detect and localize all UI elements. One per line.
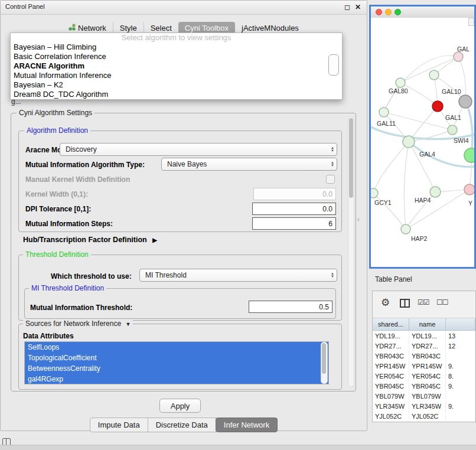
float-panel-icon[interactable]: ◻ [344, 3, 350, 11]
network-node[interactable] [459, 95, 472, 108]
hub-section-label[interactable]: Hub/Transcription Factor Definition ▶ [23, 236, 157, 244]
control-panel-titlebar: Control Panel ◻ ✕ [1, 1, 367, 15]
panel-resize-handle[interactable]: ‹ [357, 216, 360, 223]
network-node[interactable] [464, 148, 474, 162]
deselect-all-checks-icon[interactable]: ☐☐ [436, 298, 448, 306]
zoom-window-icon[interactable] [395, 9, 401, 15]
mi-steps-input[interactable]: 6 [252, 217, 336, 230]
aracne-mode-value: Discovery [66, 145, 97, 154]
stepper-icon: ▲▼ [331, 146, 334, 152]
stepper-icon: ▲▼ [331, 272, 334, 278]
which-threshold-combo[interactable]: MI Threshold ▲▼ [139, 269, 337, 282]
settings-scrollbar-thumb[interactable] [349, 118, 353, 198]
kernel-width-input[interactable]: 0.0 [253, 188, 336, 200]
bottom-tab-discretize-data[interactable]: Discretize Data [148, 418, 216, 432]
network-node-label: HAP4 [415, 197, 431, 204]
table-row[interactable]: YLR345WYLR345W9. [373, 401, 475, 411]
table-row[interactable]: YJL052CYJL052C [373, 411, 475, 421]
network-node[interactable] [401, 224, 410, 234]
network-node[interactable] [432, 101, 443, 112]
network-node[interactable] [454, 52, 463, 61]
table-row[interactable]: YER054CYER054C8. [373, 371, 475, 381]
table-row[interactable]: YBR045CYBR045C9. [373, 381, 475, 391]
aracne-mode-combo[interactable]: Discovery ▲▼ [60, 143, 337, 156]
algorithm-option-bayesian-hill-climbing[interactable]: Bayesian – Hill Climbing [11, 43, 342, 52]
table-row[interactable]: YBR043CYBR043C [373, 351, 475, 361]
mi-threshold-legend: MI Threshold Definition [29, 284, 106, 292]
settings-scrollbar-track[interactable] [348, 116, 354, 387]
network-node[interactable] [371, 188, 378, 198]
table-cell: YJL052C [409, 411, 446, 421]
table-cell: YDR27... [409, 341, 446, 351]
network-node[interactable] [403, 136, 415, 148]
network-node[interactable] [448, 125, 457, 135]
list-scrollbar-thumb[interactable] [322, 343, 326, 374]
network-edge [465, 102, 472, 155]
network-window-titlebar [371, 6, 474, 18]
network-node[interactable] [396, 78, 405, 87]
algorithm-option-bayesian-k2[interactable]: Bayesian – K2 [11, 80, 342, 90]
table-row[interactable]: YDR27...YDR27...12 [373, 341, 475, 351]
network-scrollbar-fragment[interactable] [468, 18, 474, 26]
sources-legend[interactable]: Sources for Network Inference ▼ [23, 319, 133, 328]
network-node[interactable] [379, 107, 389, 117]
select-all-checks-icon[interactable]: ☑☑ [418, 298, 429, 306]
table-row[interactable]: YDL19...YDL19...13 [373, 331, 475, 341]
table-row[interactable]: YPR145WYPR145W9. [373, 361, 475, 371]
apply-button[interactable]: Apply [159, 399, 201, 413]
mi-type-combo[interactable]: Naive Bayes ▲▼ [161, 158, 337, 171]
tab-label: Cyni Toolbox [185, 24, 229, 32]
data-attributes-list[interactable]: SelfLoopsTopologicalCoefficientBetweenne… [24, 341, 329, 384]
close-window-icon[interactable] [376, 9, 382, 15]
minimize-window-icon[interactable] [385, 9, 392, 15]
algorithm-popup: Select algorithm to view settings Bayesi… [10, 32, 343, 100]
table-cell: YLR345W [409, 401, 446, 411]
table-cell: YBL079W [409, 391, 446, 401]
network-node[interactable] [430, 187, 441, 197]
table-cell: YBL079W [373, 391, 409, 401]
table-cell: YBR043C [409, 351, 446, 361]
table-row[interactable]: YBL079WYBL079W [373, 391, 475, 401]
network-node-label: HAP2 [411, 235, 428, 242]
table-column-header[interactable] [446, 318, 475, 331]
network-canvas[interactable]: GALGAL80GAL10GAL11GAL1SWI4GAL4GCY1HAP4YH… [371, 18, 474, 267]
network-node[interactable] [464, 184, 474, 195]
algorithm-option-basic-correlation-inference[interactable]: Basic Correlation Inference [11, 52, 342, 61]
manual-kernel-checkbox[interactable] [326, 175, 335, 184]
network-node-label: GAL10 [442, 88, 461, 95]
table-cell: 8. [446, 371, 475, 381]
table-cell: YPR145W [373, 361, 409, 371]
gear-icon[interactable]: ⚙ [381, 296, 390, 309]
network-node-label: SWI4 [454, 137, 469, 144]
network-node-label: GAL80 [389, 87, 408, 94]
algorithm-option-aracne-algorithm[interactable]: ARACNE Algorithm [11, 61, 342, 71]
mi-threshold-label: Mutual Information Threshold: [30, 304, 132, 312]
bottom-tab-impute-data[interactable]: Impute Data [90, 418, 148, 432]
sources-collapse-icon[interactable]: ▼ [125, 321, 131, 327]
list-scrollbar-track[interactable] [321, 342, 328, 384]
table-column-header[interactable]: name [409, 318, 446, 331]
hub-expand-icon[interactable]: ▶ [152, 237, 157, 243]
table-cell: YPR145W [409, 361, 446, 371]
attribute-item-topologicalcoefficient[interactable]: TopologicalCoefficient [25, 353, 328, 363]
which-threshold-value: MI Threshold [145, 271, 187, 279]
popup-scrollbar-thumb[interactable] [328, 54, 339, 76]
network-edge [409, 142, 435, 192]
table-cell: 13 [446, 331, 475, 341]
close-panel-icon[interactable]: ✕ [355, 3, 361, 11]
attribute-item-gal4rgexp[interactable]: gal4RGexp [25, 374, 328, 384]
table-column-header[interactable]: shared... [373, 318, 409, 331]
table-cell: YJL052C [373, 411, 409, 421]
attribute-item-betweennesscentrality[interactable]: BetweennessCentrality [25, 363, 328, 374]
mi-threshold-input[interactable]: 0.5 [249, 301, 332, 313]
tab-label: Select [151, 24, 172, 32]
algorithm-option-mutual-information-inference[interactable]: Mutual Information Inference [11, 71, 342, 80]
attribute-item-selfloops[interactable]: SelfLoops [25, 342, 328, 353]
algorithm-option-dream8-dc-tdc-algorithm[interactable]: Dream8 DC_TDC Algorithm [11, 90, 342, 99]
bottom-tab-infer-network[interactable]: Infer Network [216, 418, 278, 432]
network-node-label: Y [468, 200, 472, 207]
dpi-tolerance-input[interactable]: 0.0 [252, 203, 336, 215]
network-node[interactable] [429, 70, 439, 80]
columns-icon[interactable] [400, 299, 410, 310]
network-node-label: GCY1 [374, 199, 392, 206]
